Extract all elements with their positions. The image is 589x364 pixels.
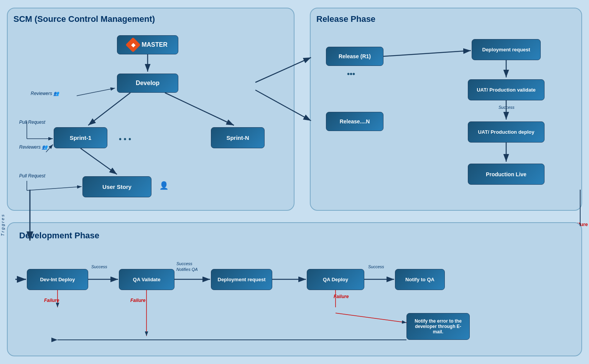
dev-arrows [8, 223, 581, 356]
svg-line-5 [77, 88, 115, 96]
notify-error-node: Notify the error to the developer throug… [406, 313, 470, 340]
release1-node: Release (R1) [326, 47, 383, 66]
sprintN-node: Sprint-N [211, 127, 265, 148]
svg-line-26 [336, 313, 406, 323]
userstory-node: User Story [82, 176, 151, 197]
trigger-label: T r g g r e s [0, 215, 5, 236]
scm-section: SCM (Source Control Management) ◆ MASTER… [7, 8, 294, 211]
svg-line-10 [27, 187, 82, 190]
dep-req-node: Deployment request [211, 269, 272, 290]
dev-title: Development Phase [19, 231, 570, 241]
uat-deploy-node: UAT/ Production deploy [468, 121, 545, 143]
reviewers2-label: Reviewers 👥 [19, 144, 48, 150]
dev-section: Development Phase Dev-Int Deploy QA Vali… [7, 222, 582, 356]
develop-node: Develop [117, 74, 178, 93]
notify-qa-node: Notify to QA [395, 269, 445, 290]
person-icon: 👤 [159, 181, 169, 190]
pullrequest2-label: Pull Request [19, 173, 45, 179]
dots-middle: • • • [119, 135, 131, 144]
qa-validate-node: QA Validate [119, 269, 174, 290]
release-dots: ••• [347, 70, 355, 79]
dev-success2-label: Success [176, 261, 192, 266]
sprint1-node: Sprint-1 [54, 127, 107, 148]
master-node: ◆ MASTER [117, 35, 178, 54]
deployment-req-node: Deployment request [472, 39, 541, 60]
dev-success1-label: Success [91, 264, 107, 269]
dev-success3-label: Success [368, 264, 384, 269]
scm-title: SCM (Source Control Management) [13, 14, 288, 24]
dev-failure2-label: Failure [130, 298, 145, 303]
dev-failure3-label: Failure [334, 294, 349, 299]
reviewers1-label: Reviewers 👥 [31, 91, 59, 96]
notifies-qa-label: Notifies QA [176, 267, 198, 272]
uat-validate-node: UAT/ Production validate [468, 79, 545, 100]
svg-line-4 [81, 148, 117, 174]
pullrequest1-label: Pull Request [19, 120, 45, 125]
success1-label: Success [499, 105, 515, 110]
releaseN-node: Release....N [326, 112, 383, 131]
svg-line-12 [383, 51, 471, 56]
release-title: Release Phase [316, 14, 576, 24]
release-section: Release Phase Release (R1) ••• Release..… [310, 8, 582, 211]
devint-node: Dev-Int Deploy [27, 269, 88, 290]
svg-line-3 [165, 93, 234, 125]
svg-line-2 [88, 93, 130, 125]
prod-live-node: Production Live [468, 164, 545, 185]
qa-deploy-node: QA Deploy [307, 269, 364, 290]
dev-failure1-label: Failure [44, 298, 59, 303]
